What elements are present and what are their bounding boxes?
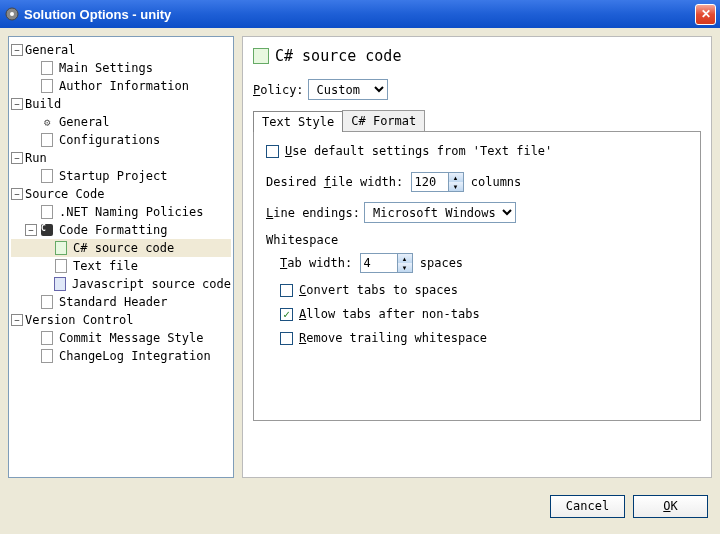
tree-naming-policies[interactable]: .NET Naming Policies	[11, 203, 231, 221]
line-endings-select[interactable]: Microsoft Windows	[364, 202, 516, 223]
collapse-icon[interactable]: −	[25, 224, 37, 236]
page-title: C# source code	[275, 47, 401, 65]
policy-label: Policy:	[253, 83, 304, 97]
tab-text-style[interactable]: Text Style	[253, 111, 343, 132]
titlebar: Solution Options - unity ✕	[0, 0, 720, 28]
dialog-footer: Cancel OK	[0, 486, 720, 526]
tab-spinner[interactable]: ▲▼	[398, 253, 413, 273]
tree-run[interactable]: −Run	[11, 149, 231, 167]
doc-icon	[39, 132, 55, 148]
remove-trailing-label: Remove trailing whitespace	[299, 331, 487, 345]
cancel-button[interactable]: Cancel	[550, 495, 625, 518]
tree-general[interactable]: −General	[11, 41, 231, 59]
window-title: Solution Options - unity	[24, 7, 695, 22]
columns-label: columns	[471, 175, 522, 189]
collapse-icon[interactable]: −	[11, 98, 23, 110]
doc-icon	[39, 78, 55, 94]
doc-icon	[39, 60, 55, 76]
desired-width-label: Desired file width:	[266, 175, 403, 189]
content-panel: C# source code Policy: Custom Text Style…	[242, 36, 712, 478]
tree-standard-header[interactable]: Standard Header	[11, 293, 231, 311]
spaces-label: spaces	[420, 256, 463, 270]
doc-icon	[39, 204, 55, 220]
tab-csharp-format[interactable]: C# Format	[342, 110, 425, 131]
tree-configurations[interactable]: Configurations	[11, 131, 231, 149]
doc-icon	[39, 294, 55, 310]
ok-button[interactable]: OK	[633, 495, 708, 518]
tree-main-settings[interactable]: Main Settings	[11, 59, 231, 77]
tree-commit-style[interactable]: Commit Message Style	[11, 329, 231, 347]
tree-source-code[interactable]: −Source Code	[11, 185, 231, 203]
tab-content: Use default settings from 'Text file' De…	[253, 131, 701, 421]
allow-tabs-checkbox[interactable]: ✓	[280, 308, 293, 321]
collapse-icon[interactable]: −	[11, 314, 23, 326]
doc-icon	[39, 168, 55, 184]
tree-csharp-source[interactable]: C# source code	[11, 239, 231, 257]
spin-up-icon[interactable]: ▲	[449, 173, 463, 182]
collapse-icon[interactable]: −	[11, 188, 23, 200]
nav-tree[interactable]: −General Main Settings Author Informatio…	[8, 36, 234, 478]
doc-icon	[39, 330, 55, 346]
tree-build[interactable]: −Build	[11, 95, 231, 113]
tree-author-info[interactable]: Author Information	[11, 77, 231, 95]
use-default-label: Use default settings from 'Text file'	[285, 144, 552, 158]
tree-build-general[interactable]: General	[11, 113, 231, 131]
collapse-icon[interactable]: −	[11, 44, 23, 56]
tree-startup-project[interactable]: Startup Project	[11, 167, 231, 185]
tab-strip: Text Style C# Format	[253, 110, 701, 131]
tree-text-file[interactable]: Text file	[11, 257, 231, 275]
gear-icon	[39, 114, 55, 130]
remove-trailing-checkbox[interactable]	[280, 332, 293, 345]
doc-icon	[39, 348, 55, 364]
js-icon	[52, 276, 68, 292]
convert-tabs-label: Convert tabs to spaces	[299, 283, 458, 297]
desired-width-input[interactable]	[411, 172, 449, 192]
convert-tabs-checkbox[interactable]	[280, 284, 293, 297]
tree-changelog[interactable]: ChangeLog Integration	[11, 347, 231, 365]
app-icon	[4, 6, 20, 22]
spin-down-icon[interactable]: ▼	[398, 263, 412, 272]
csharp-icon	[53, 240, 69, 256]
whitespace-heading: Whitespace	[266, 233, 688, 247]
policy-select[interactable]: Custom	[308, 79, 388, 100]
spin-down-icon[interactable]: ▼	[449, 182, 463, 191]
tree-js-source[interactable]: Javascript source code	[11, 275, 231, 293]
collapse-icon[interactable]: −	[11, 152, 23, 164]
spin-up-icon[interactable]: ▲	[398, 254, 412, 263]
tab-width-input[interactable]	[360, 253, 398, 273]
width-spinner[interactable]: ▲▼	[449, 172, 464, 192]
csharp-icon	[253, 48, 269, 64]
svg-point-1	[10, 12, 14, 16]
line-endings-label: Line endings:	[266, 206, 360, 220]
code-icon	[39, 222, 55, 238]
tree-code-formatting[interactable]: −Code Formatting	[11, 221, 231, 239]
tab-width-label: Tab width:	[280, 256, 352, 270]
doc-icon	[53, 258, 69, 274]
allow-tabs-label: Allow tabs after non-tabs	[299, 307, 480, 321]
use-default-checkbox[interactable]	[266, 145, 279, 158]
tree-version-control[interactable]: −Version Control	[11, 311, 231, 329]
close-button[interactable]: ✕	[695, 4, 716, 25]
